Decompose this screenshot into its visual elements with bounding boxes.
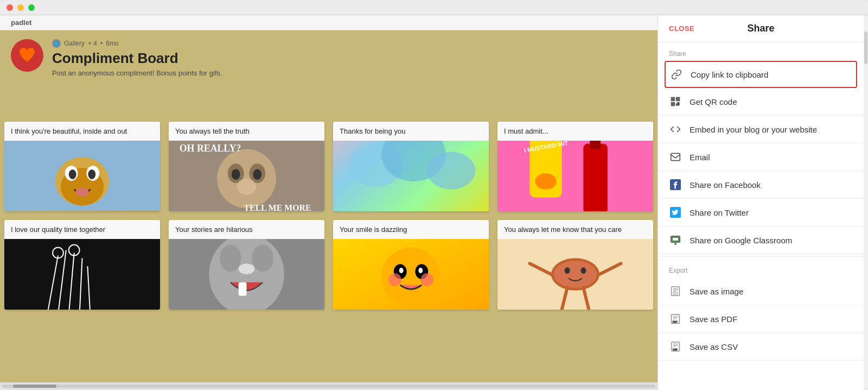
copy-link-label: Copy link to clipboard [691, 70, 768, 79]
svg-point-24 [535, 173, 557, 190]
maximize-window-button[interactable] [28, 4, 35, 11]
svg-rect-65 [677, 98, 679, 100]
brand-label: padlet [11, 18, 31, 27]
padlet-logo [11, 39, 43, 72]
padlet-info: 🌐 Gallery + 4 • 6mo Compliment Board Pos… [52, 39, 647, 77]
card-4-text: I must admit... [497, 122, 653, 141]
qr-code-item[interactable]: Get QR code [658, 88, 864, 116]
share-title: Share [747, 23, 774, 34]
close-window-button[interactable] [7, 4, 13, 11]
card-5-image [4, 239, 160, 310]
card-1-image [4, 141, 160, 211]
svg-text:PDF: PDF [673, 320, 678, 323]
cards-area: I think you're beautiful, inside and out [0, 117, 658, 382]
heart-icon [17, 46, 37, 65]
top-bar: padlet [0, 15, 658, 30]
card-6-text: Your stories are hilarious [169, 220, 324, 239]
card-1-text: I think you're beautiful, inside and out [4, 122, 160, 141]
copy-link-item[interactable]: Copy link to clipboard [665, 61, 857, 88]
card-3[interactable]: Thanks for being you [333, 122, 489, 211]
classroom-label: Share on Google Classroom [690, 236, 792, 245]
save-csv-item[interactable]: CSV Save as CSV [658, 333, 864, 361]
pdf-file-icon: PDF [669, 312, 682, 325]
meta-gallery: Gallery [64, 40, 85, 47]
save-pdf-label: Save as PDF [690, 314, 737, 324]
card-4-image: I MUSTARD-MIT I THINK YOURE GRAN [497, 141, 653, 211]
email-icon [669, 150, 682, 163]
svg-point-49 [418, 268, 423, 273]
embed-item[interactable]: Embed in your blog or your website [658, 116, 864, 143]
card-8[interactable]: You always let me know that you care [497, 220, 653, 310]
svg-text:TELL ME MORE: TELL ME MORE [244, 203, 311, 211]
svg-point-20 [427, 152, 475, 189]
save-csv-label: Save as CSV [690, 342, 738, 351]
csv-file-icon: CSV [669, 340, 682, 353]
svg-point-39 [220, 245, 241, 272]
twitter-icon [669, 206, 682, 219]
card-1[interactable]: I think you're beautiful, inside and out [4, 122, 160, 211]
close-share-button[interactable]: CLOSE [669, 24, 694, 33]
main-area: padlet 🌐 Gallery + 4 • 6mo [0, 15, 868, 390]
card-2[interactable]: You always tell the truth OH REALLY? TEL… [169, 122, 324, 211]
svg-point-5 [69, 169, 76, 179]
svg-point-55 [565, 267, 570, 274]
window: padlet 🌐 Gallery + 4 • 6mo [0, 0, 868, 390]
classroom-icon [669, 234, 682, 247]
globe-icon: 🌐 [52, 39, 61, 48]
vertical-scrollbar-thumb[interactable] [864, 32, 867, 64]
svg-text:CSV: CSV [673, 348, 678, 351]
facebook-icon [669, 178, 682, 191]
svg-rect-26 [583, 144, 608, 211]
svg-rect-70 [678, 104, 679, 105]
padlet-meta: 🌐 Gallery + 4 • 6mo [52, 39, 647, 48]
card-6-image: MWA HA HA HA HA HA HA [169, 239, 324, 310]
meta-time: 6mo [106, 40, 118, 47]
svg-point-48 [399, 268, 404, 273]
card-5[interactable]: I love our quality time together [4, 220, 160, 310]
card-4[interactable]: I must admit... I MUSTARD-MIT I THINK YO… [497, 122, 653, 211]
card-7-text: Your smile is dazzling [333, 220, 489, 239]
svg-point-56 [580, 267, 586, 274]
qr-icon [669, 95, 682, 108]
save-image-item[interactable]: Save as image [658, 278, 864, 305]
card-2-image: OH REALLY? TELL ME MORE [169, 141, 324, 211]
svg-rect-29 [4, 239, 160, 310]
svg-point-41 [239, 263, 255, 274]
minimize-window-button[interactable] [17, 4, 24, 11]
horizontal-scrollbar[interactable] [0, 382, 658, 390]
card-7-image [333, 239, 489, 310]
twitter-item[interactable]: Share on Twitter [658, 199, 864, 227]
card-7[interactable]: Your smile is dazzling [333, 220, 489, 310]
padlet-title: Compliment Board [52, 50, 647, 67]
svg-point-12 [232, 169, 240, 180]
svg-rect-27 [590, 141, 601, 149]
svg-point-14 [237, 179, 257, 195]
svg-rect-64 [672, 98, 674, 100]
card-8-image [497, 239, 653, 310]
card-5-text: I love our quality time together [4, 220, 160, 239]
facebook-item[interactable]: Share on Facebook [658, 171, 864, 199]
svg-point-13 [253, 169, 261, 180]
google-classroom-item[interactable]: Share on Google Classroom [658, 227, 864, 254]
svg-rect-21 [497, 141, 653, 211]
share-header: CLOSE Share [658, 15, 864, 42]
link-icon [670, 68, 683, 81]
image-file-icon [669, 285, 682, 298]
share-panel: CLOSE Share Share Copy link to clipboard [658, 15, 864, 390]
svg-point-6 [88, 169, 95, 179]
svg-rect-42 [239, 282, 247, 296]
scrollbar-track [2, 385, 655, 388]
facebook-label: Share on Facebook [690, 180, 761, 190]
svg-rect-71 [671, 153, 680, 160]
export-section-label: Export [658, 259, 864, 278]
svg-point-40 [252, 245, 273, 272]
card-2-text: You always tell the truth [169, 122, 324, 141]
save-pdf-item[interactable]: PDF Save as PDF [658, 305, 864, 333]
title-bar [0, 0, 868, 15]
card-3-image [333, 141, 489, 211]
scrollbar-thumb[interactable] [13, 385, 56, 388]
email-label: Email [690, 153, 710, 162]
email-item[interactable]: Email [658, 143, 864, 171]
card-6[interactable]: Your stories are hilarious MWA HA HA HA … [169, 220, 324, 310]
vertical-scrollbar[interactable] [864, 15, 868, 390]
